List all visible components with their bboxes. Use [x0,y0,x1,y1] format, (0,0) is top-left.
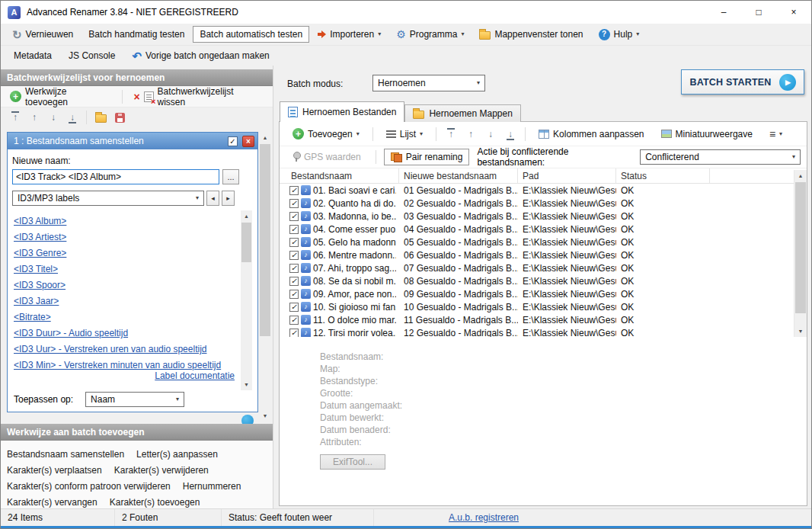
tag-link[interactable]: <ID3 Artiest> [14,229,236,245]
tag-link[interactable]: <ID3 Titel> [14,261,236,277]
metadata-button[interactable]: Metadata [7,47,59,64]
new-name-input[interactable] [12,169,219,184]
tag-link[interactable]: <ID3 Album> [14,213,236,229]
file-table-scrollbar[interactable]: ▲ ▼ [794,170,807,337]
scroll-up-icon[interactable]: ▲ [259,132,271,143]
table-row[interactable]: ✓ ♪ 12. Tirsi morir volea... 12 Gesualdo… [280,326,794,337]
method-area-scrollbar[interactable]: ▲ ▼ [259,132,271,422]
tag-link[interactable]: <ID3 Uur> - Verstreken uren van audio sp… [14,341,236,357]
folder-panel-button[interactable]: Mappenvenster tonen [472,26,590,43]
move-file-down-button[interactable]: ↓ [482,126,499,143]
exiftool-button[interactable]: ExifTool... [320,454,385,470]
table-row[interactable]: ✓ ♪ 01. Baci soavi e cari... 01 Gesualdo… [280,184,794,197]
conflict-action-dropdown[interactable]: Conflicterend ▾ [640,149,801,165]
row-checkbox[interactable]: ✓ [289,303,299,312]
table-row[interactable]: ✓ ♪ 08. Se da si nobil m... 08 Gesualdo … [280,274,794,287]
apply-to-dropdown[interactable]: Naam ▾ [85,392,184,407]
close-button[interactable]: × [776,1,811,24]
thumbnail-view-button[interactable]: Miniatuurweergave [654,126,759,143]
table-row[interactable]: ✓ ♪ 03. Madonna, io be... 03 Gesualdo - … [280,210,794,223]
scrollbar-thumb[interactable] [260,144,270,336]
table-row[interactable]: ✓ ♪ 05. Gelo ha madonn... 05 Gesualdo - … [280,236,794,248]
tab-rename-files[interactable]: Hernoemen Bestanden [280,101,404,122]
tag-link[interactable]: <ID3 Jaar> [14,293,236,309]
method-1-header[interactable]: 1 : Bestandsnaam samenstellen ✓ × [8,133,257,149]
method-link[interactable]: Hernummeren [183,481,241,492]
scroll-down-icon[interactable]: ▼ [259,410,271,422]
table-row[interactable]: ✓ ♪ 09. Amor, pace non... 09 Gesualdo - … [280,287,794,300]
tag-category-dropdown[interactable]: ID3/MP3 labels ▾ [12,191,204,206]
batch-mode-dropdown[interactable]: Hernoemen ▾ [372,75,485,91]
start-batch-button[interactable]: BATCH STARTEN ▶ [681,69,804,95]
method-link[interactable]: Karakter(s) verwijderen [114,465,209,476]
table-row[interactable]: ✓ ♪ 02. Quanto ha di do... 02 Gesualdo -… [280,197,794,210]
row-checkbox[interactable]: ✓ [289,225,299,234]
tab-rename-folders[interactable]: Hernoemen Mappen [404,104,520,122]
gps-values-button[interactable]: GPS waarden [286,149,368,165]
move-down-button[interactable]: ↓ [45,109,62,126]
import-button[interactable]: Importeren ▾ [311,26,388,43]
batch-manual-test-button[interactable]: Batch handmatig testen [82,26,191,43]
adjust-columns-button[interactable]: Kolommen aanpassen [532,126,651,143]
tag-link[interactable]: <Bitrate> [14,309,236,325]
method-link[interactable]: Karakter(s) verplaatsen [7,465,102,476]
row-checkbox[interactable]: ✓ [289,212,299,221]
method-link[interactable]: Letter(s) aanpassen [136,449,218,460]
tag-category-prev-button[interactable]: ◂ [206,191,219,206]
list-options-button[interactable]: ≡ ▾ [762,126,789,143]
scrollbar-thumb[interactable] [241,223,251,262]
move-to-bottom-button[interactable]: ↓ [64,109,81,126]
list-menu-button[interactable]: Lijst ▾ [379,126,430,143]
column-header-filename[interactable]: Bestandsnaam [280,168,399,183]
row-checkbox[interactable]: ✓ [289,186,299,195]
pair-renaming-button[interactable]: Pair renaming [384,149,470,165]
add-method-button[interactable]: + Werkwijze toevoegen [7,85,114,109]
row-checkbox[interactable]: ✓ [289,329,299,338]
tag-list-scrollbar[interactable]: ▲ ▼ [241,210,252,390]
table-row[interactable]: ✓ ♪ 07. Ahi, troppo sag... 07 Gesualdo -… [280,261,794,274]
tag-documentation-link[interactable]: Label documentatie [155,370,235,381]
tag-link[interactable]: <ID3 Genre> [14,245,236,261]
method-link[interactable]: Karakter(s) conform patroon verwijderen [7,481,171,492]
method-1-close-button[interactable]: × [242,136,254,147]
maximize-button[interactable]: □ [741,1,776,24]
move-file-bottom-button[interactable]: ↓ [502,126,519,143]
scroll-up-icon[interactable]: ▲ [794,170,807,181]
table-row[interactable]: ✓ ♪ 10. Si gioioso mi fan... 10 Gesualdo… [280,300,794,313]
method-1-enabled-checkbox[interactable]: ✓ [228,136,238,146]
refresh-button[interactable]: ↻ Vernieuwen [5,26,80,43]
column-header-newname[interactable]: Nieuwe bestandsnaam [399,168,518,183]
row-checkbox[interactable]: ✓ [289,199,299,208]
column-header-status[interactable]: Status [616,168,710,183]
row-checkbox[interactable]: ✓ [289,238,299,247]
move-up-button[interactable]: ↑ [26,109,43,126]
tag-link[interactable]: <ID3 Spoor> [14,277,236,293]
move-file-top-button[interactable]: ↑ [443,126,459,143]
tag-link[interactable]: <ID3 Duur> - Audio speeltijd [14,325,236,341]
scroll-down-icon[interactable]: ▼ [241,379,252,390]
add-files-button[interactable]: + Toevoegen ▾ [286,125,366,143]
method-link[interactable]: Karakter(s) vervangen [7,497,98,508]
method-link[interactable]: Karakter(s) toevoegen [110,497,200,508]
save-method-list-button[interactable] [111,109,128,126]
js-console-button[interactable]: JS Console [62,47,122,64]
batch-auto-test-button[interactable]: Batch automatisch testen [193,26,309,43]
pattern-builder-button[interactable]: ... [222,169,239,184]
row-checkbox[interactable]: ✓ [289,316,299,325]
move-file-up-button[interactable]: ↑ [462,126,479,143]
clear-method-list-button[interactable]: × Batchwerkwijzelijst wissen [130,85,267,109]
table-row[interactable]: ✓ ♪ 11. O dolce mio mar... 11 Gesualdo -… [280,313,794,326]
row-checkbox[interactable]: ✓ [289,290,299,299]
row-checkbox[interactable]: ✓ [289,277,299,286]
column-header-path[interactable]: Pad [518,168,616,183]
scroll-down-icon[interactable]: ▼ [794,325,807,337]
scrollbar-thumb[interactable] [795,182,806,313]
program-button[interactable]: ⚙ Programma ▾ [389,26,471,43]
help-button[interactable]: ? Hulp ▾ [592,26,647,43]
table-row[interactable]: ✓ ♪ 04. Come esser puo... 04 Gesualdo - … [280,223,794,236]
open-method-list-button[interactable] [92,109,109,126]
move-to-top-button[interactable]: ↑ [7,109,24,126]
method-link[interactable]: Bestandsnaam samenstellen [7,449,124,460]
scroll-up-icon[interactable]: ▲ [241,210,252,222]
row-checkbox[interactable]: ✓ [289,264,299,273]
